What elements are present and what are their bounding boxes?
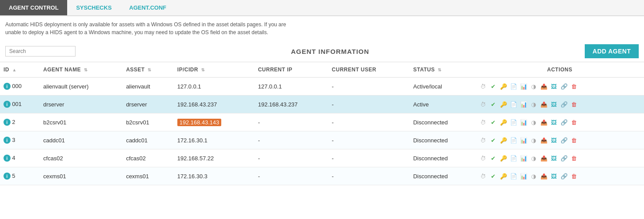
- image-icon[interactable]: 🖼: [550, 154, 558, 162]
- table-row: i 3caddc01caddc01172.16.30.1--Disconnect…: [0, 131, 644, 149]
- check-icon[interactable]: ✔: [489, 172, 498, 180]
- delete-icon[interactable]: 🗑: [570, 172, 579, 180]
- clock-icon[interactable]: ⏱: [479, 118, 488, 127]
- actions-group: ⏱✔🔑📄📊◑📤🖼🔗🗑: [479, 154, 640, 162]
- cell-id: i 5: [0, 167, 40, 185]
- cell-actions: ⏱✔🔑📄📊◑📤🖼🔗🗑: [475, 95, 644, 113]
- actions-group: ⏱✔🔑📄📊◑📤🖼🔗🗑: [479, 172, 640, 180]
- info-icon[interactable]: i: [4, 173, 11, 180]
- cell-ip-cidr: 192.168.43.143: [174, 113, 255, 131]
- circle-icon[interactable]: ◑: [529, 100, 538, 109]
- check-icon[interactable]: ✔: [489, 136, 498, 145]
- cell-current-ip: -: [255, 113, 328, 131]
- key-icon[interactable]: 🔑: [499, 172, 508, 180]
- chart-icon[interactable]: 📊: [519, 100, 528, 109]
- delete-icon[interactable]: 🗑: [570, 100, 579, 109]
- delete-icon[interactable]: 🗑: [570, 82, 579, 91]
- key-icon[interactable]: 🔑: [499, 82, 508, 91]
- sort-status-icon[interactable]: ⇅: [438, 67, 442, 72]
- image-icon[interactable]: 🖼: [550, 118, 558, 127]
- file-icon[interactable]: 📄: [509, 136, 518, 145]
- link-icon[interactable]: 🔗: [560, 118, 568, 127]
- info-icon[interactable]: i: [4, 101, 11, 108]
- cell-ip-cidr: 192.168.43.237: [174, 95, 255, 113]
- sort-ip-icon[interactable]: ⇅: [201, 67, 205, 72]
- cell-ip-cidr: 192.168.57.22: [174, 149, 255, 167]
- cell-actions: ⏱✔🔑📄📊◑📤🖼🔗🗑: [475, 131, 644, 149]
- key-icon[interactable]: 🔑: [499, 136, 508, 145]
- link-icon[interactable]: 🔗: [560, 136, 568, 145]
- circle-icon[interactable]: ◑: [529, 118, 538, 127]
- file-icon[interactable]: 📄: [509, 82, 518, 91]
- export-icon[interactable]: 📤: [540, 172, 548, 180]
- cell-current-user: -: [328, 113, 410, 131]
- clock-icon[interactable]: ⏱: [479, 172, 488, 180]
- delete-icon[interactable]: 🗑: [570, 136, 579, 145]
- sort-name-icon[interactable]: ⇅: [84, 67, 88, 72]
- file-icon[interactable]: 📄: [509, 154, 518, 162]
- cell-actions: ⏱✔🔑📄📊◑📤🖼🔗🗑: [475, 113, 644, 131]
- export-icon[interactable]: 📤: [540, 154, 548, 162]
- tab-syschecks[interactable]: SYSCHECKS: [67, 0, 120, 15]
- info-icon[interactable]: i: [4, 137, 11, 144]
- col-ip-cidr: IP/CIDR ⇅: [174, 62, 255, 78]
- cell-current-ip: -: [255, 149, 328, 167]
- export-icon[interactable]: 📤: [540, 82, 548, 91]
- circle-icon[interactable]: ◑: [529, 172, 538, 180]
- ip-highlight: 192.168.43.143: [177, 119, 221, 126]
- cell-id: i 3: [0, 131, 40, 149]
- circle-icon[interactable]: ◑: [529, 82, 538, 91]
- file-icon[interactable]: 📄: [509, 118, 518, 127]
- sort-id-icon[interactable]: ▲: [12, 67, 17, 72]
- delete-icon[interactable]: 🗑: [570, 154, 579, 162]
- chart-icon[interactable]: 📊: [519, 172, 528, 180]
- clock-icon[interactable]: ⏱: [479, 136, 488, 145]
- circle-icon[interactable]: ◑: [529, 154, 538, 162]
- link-icon[interactable]: 🔗: [560, 154, 568, 162]
- clock-icon[interactable]: ⏱: [479, 154, 488, 162]
- key-icon[interactable]: 🔑: [499, 100, 508, 109]
- chart-icon[interactable]: 📊: [519, 82, 528, 91]
- info-icon[interactable]: i: [4, 155, 11, 162]
- cell-status: Active/local: [410, 78, 475, 95]
- link-icon[interactable]: 🔗: [560, 100, 568, 109]
- export-icon[interactable]: 📤: [540, 100, 548, 109]
- image-icon[interactable]: 🖼: [550, 136, 558, 145]
- clock-icon[interactable]: ⏱: [479, 100, 488, 109]
- image-icon[interactable]: 🖼: [550, 172, 558, 180]
- image-icon[interactable]: 🖼: [550, 82, 558, 91]
- link-icon[interactable]: 🔗: [560, 82, 568, 91]
- key-icon[interactable]: 🔑: [499, 154, 508, 162]
- cell-status: Disconnected: [410, 149, 475, 167]
- image-icon[interactable]: 🖼: [550, 100, 558, 109]
- check-icon[interactable]: ✔: [489, 118, 498, 127]
- key-icon[interactable]: 🔑: [499, 118, 508, 127]
- file-icon[interactable]: 📄: [509, 100, 518, 109]
- cell-asset: cexms01: [122, 167, 174, 185]
- cell-current-ip: -: [255, 131, 328, 149]
- clock-icon[interactable]: ⏱: [479, 82, 488, 91]
- info-icon[interactable]: i: [4, 119, 11, 126]
- check-icon[interactable]: ✔: [489, 154, 498, 162]
- file-icon[interactable]: 📄: [509, 172, 518, 180]
- circle-icon[interactable]: ◑: [529, 136, 538, 145]
- chart-icon[interactable]: 📊: [519, 154, 528, 162]
- export-icon[interactable]: 📤: [540, 118, 548, 127]
- actions-group: ⏱✔🔑📄📊◑📤🖼🔗🗑: [479, 136, 640, 145]
- tab-agent-conf[interactable]: AGENT.CONF: [120, 0, 175, 15]
- sort-asset-icon[interactable]: ⇅: [148, 67, 151, 72]
- export-icon[interactable]: 📤: [540, 136, 548, 145]
- add-agent-button[interactable]: ADD AGENT: [585, 44, 639, 58]
- table-row: i 000alienvault (server)alienvault127.0.…: [0, 78, 644, 95]
- link-icon[interactable]: 🔗: [560, 172, 568, 180]
- search-input[interactable]: [5, 46, 76, 57]
- check-icon[interactable]: ✔: [489, 82, 498, 91]
- delete-icon[interactable]: 🗑: [570, 118, 579, 127]
- tab-agent-control[interactable]: AGENT CONTROL: [0, 0, 67, 15]
- info-icon[interactable]: i: [4, 83, 11, 90]
- check-icon[interactable]: ✔: [489, 100, 498, 109]
- chart-icon[interactable]: 📊: [519, 136, 528, 145]
- cell-current-user: -: [328, 131, 410, 149]
- cell-asset: drserver: [122, 95, 174, 113]
- chart-icon[interactable]: 📊: [519, 118, 528, 127]
